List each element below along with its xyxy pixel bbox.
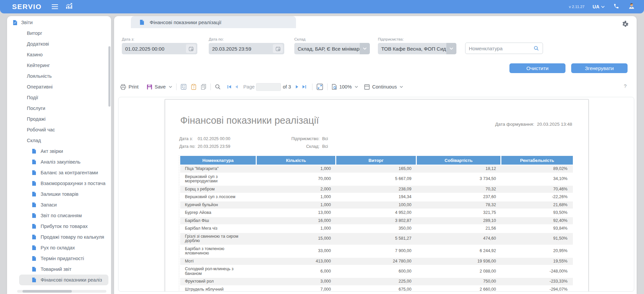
warehouse-select[interactable]: Склад, БАР, Є Все мінімарк (294, 43, 370, 54)
sidebar-category-item[interactable]: Казино (7, 49, 111, 60)
cell-profitability: 70,46% (501, 186, 573, 193)
sidebar-report-item[interactable]: Звіт по списанням (19, 210, 108, 221)
sidebar-report-item[interactable]: Залишки товарів (19, 189, 108, 199)
last-page-icon[interactable] (302, 85, 306, 89)
print-button[interactable]: Print (120, 84, 139, 90)
sidebar-category-item[interactable]: Події (7, 92, 111, 103)
sidebar-category-item[interactable]: Послуги (7, 103, 111, 114)
sidebar-report-item[interactable]: Фінансові показники реаліз (19, 275, 108, 285)
sidebar-category-item[interactable]: Лояльність (7, 71, 111, 81)
sidebar-report-item[interactable]: Рух по складах (19, 242, 108, 253)
help-button[interactable]: ? (624, 83, 627, 89)
phone-icon[interactable] (613, 3, 619, 10)
user-avatar-icon[interactable] (628, 2, 635, 11)
cell-quantity: 13,000 (257, 209, 336, 217)
sidebar-category-item[interactable]: Додаткові (7, 39, 111, 49)
page-number-input[interactable] (256, 83, 281, 91)
nomenclature-input[interactable] (465, 46, 531, 51)
statistics-chart-icon[interactable] (65, 3, 73, 10)
settings-icon[interactable] (621, 20, 629, 30)
search-icon[interactable] (215, 84, 221, 90)
table-row: Піца "Маргарита" 1,000 165,00 18,12 89,0… (180, 165, 573, 173)
table-header-row: Номенклатура Кількість Виторг Собівартіс… (180, 156, 573, 165)
report-viewer: Фінансові показники реалізації Дата форм… (118, 97, 634, 292)
copy-page-icon[interactable] (201, 84, 206, 90)
date-to-value[interactable] (209, 46, 273, 52)
sidebar-category-item[interactable]: Продажі (7, 114, 111, 124)
sidebar-report-item[interactable]: Взаєморозрахунки з постача (19, 178, 108, 189)
chevron-down-icon (601, 6, 605, 8)
sidebar-root-label: Звіти (21, 20, 33, 25)
fit-to-window-icon[interactable] (316, 83, 323, 90)
report-tab[interactable]: Фінансові показники реалізації (131, 16, 296, 28)
table-body: Піца "Маргарита" 1,000 165,00 18,12 89,0… (180, 165, 573, 292)
sidebar-report-item[interactable]: Прибуток по товарах (19, 221, 108, 232)
sidebar-report-item[interactable]: Термін придатності (19, 253, 108, 264)
toolbar-icon-group: ? (181, 84, 206, 90)
clear-button[interactable]: Очистити (509, 63, 565, 73)
date-to-field: Дата по: (209, 37, 284, 54)
cell-profitability: 19,55% (501, 258, 573, 265)
calendar-icon[interactable] (186, 44, 196, 53)
sidebar-category-item[interactable]: Склад (7, 135, 111, 146)
enterprises-select[interactable]: ТОВ Кафе Весна, ФОП Сид (378, 43, 456, 54)
cell-profitability: 91,50% (501, 233, 573, 245)
sidebar-report-item[interactable]: Запаси (19, 199, 108, 210)
sidebar-report-item[interactable]: Аналіз закупівель (19, 157, 108, 167)
first-page-icon[interactable] (227, 85, 232, 89)
sidebar-report-item[interactable]: Баланс за контрагентами (19, 167, 108, 178)
generate-button[interactable]: Згенерувати (571, 63, 628, 73)
enterprises-value: ТОВ Кафе Весна, ФОП Сид (378, 46, 446, 52)
cell-nomenclature: Піца "Маргарита" (180, 165, 257, 173)
sidebar-report-item[interactable]: Товарний звіт (19, 264, 108, 275)
language-selector[interactable]: UA (593, 4, 605, 9)
column-header: Номенклатура (180, 156, 257, 165)
sidebar-category-item[interactable]: Виторг (7, 28, 111, 39)
sidebar-report-item[interactable]: Акт звірки (19, 146, 108, 157)
menu-icon[interactable] (52, 4, 58, 9)
warehouse-value: Склад, БАР, Є Все мінімарк (294, 46, 360, 52)
topbar: SERVIO v 2.11.27 UA (0, 0, 644, 13)
sidebar-root-reports[interactable]: Звіти (7, 17, 111, 28)
clipboard-question-icon[interactable]: ? (191, 84, 196, 90)
continuous-layout-icon (364, 84, 370, 90)
sidebar-vertical-scrollbar[interactable] (108, 46, 110, 107)
sidebar-horizontal-scrollbar[interactable] (22, 290, 72, 293)
report-generated-date: Дата формування:20.03.2025 13:48 (495, 122, 572, 127)
report-toolbar: Print Save (120, 82, 403, 92)
cell-profitability: -233,33% (501, 278, 573, 285)
search-icon[interactable] (531, 44, 541, 53)
sidebar-category-item[interactable]: Робочий час (7, 124, 111, 135)
sidebar-report-item[interactable]: Продажі товару по калькуля (19, 232, 108, 242)
nomenclature-search[interactable] (465, 43, 543, 54)
date-from-value[interactable] (122, 46, 186, 52)
zoom-value: 100% (339, 84, 352, 90)
toolbar-separator (312, 83, 312, 90)
page-total-label: of 3 (283, 84, 291, 90)
cell-revenue: 24 780,00 (336, 258, 417, 265)
page-label: Page (243, 84, 255, 90)
cell-nomenclature: Вершковий суп з морепродуктами (180, 173, 257, 185)
cell-cost: 78,32 (417, 201, 501, 209)
save-button[interactable]: Save (147, 84, 172, 90)
toolbar-separator (176, 83, 177, 90)
zoom-control[interactable]: 100% (332, 84, 358, 90)
sidebar-category-item[interactable]: Оперативні (7, 81, 111, 92)
cell-profitability: -22,26% (501, 193, 573, 201)
category-list: Виторг Додаткові Казино Кейтеринг Лояльн… (7, 28, 111, 146)
layout-mode-control[interactable]: Continuous (364, 84, 403, 90)
column-header: Виторг (336, 156, 417, 165)
cell-revenue: 350,00 (336, 225, 417, 232)
chevron-down-icon (169, 86, 172, 88)
calendar-icon[interactable] (273, 44, 283, 53)
date-from-input[interactable] (122, 43, 197, 54)
column-header: Кількість (257, 156, 336, 165)
cell-nomenclature: Барібал Мега чіз (180, 225, 257, 232)
sidebar-category-item[interactable]: Кейтеринг (7, 60, 111, 71)
cell-cost: 750,00 (417, 278, 501, 285)
date-to-input[interactable] (209, 43, 284, 54)
sidebar-category-label: Кейтеринг (27, 63, 50, 68)
report-parameters-icon[interactable] (181, 84, 187, 90)
next-page-icon[interactable] (295, 85, 299, 89)
previous-page-icon[interactable] (235, 85, 238, 89)
